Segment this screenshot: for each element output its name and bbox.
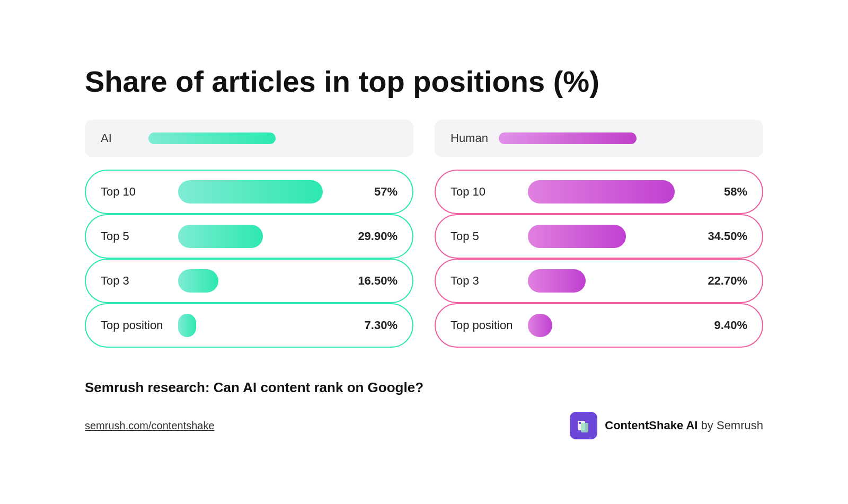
row-label: Top position: [450, 319, 519, 332]
svg-rect-1: [581, 423, 588, 432]
row-value: 57%: [350, 185, 398, 199]
row-value: 16.50%: [350, 274, 398, 288]
bar-track: [178, 225, 341, 248]
data-row: Top 529.90%: [85, 214, 413, 259]
human-rows: Top 1058%Top 534.50%Top 322.70%Top posit…: [435, 170, 763, 348]
human-panel: Human Top 1058%Top 534.50%Top 322.70%Top…: [435, 120, 763, 348]
bar-fill: [178, 314, 196, 337]
ai-panel: AI Top 1057%Top 529.90%Top 316.50%Top po…: [85, 120, 413, 348]
bar-track: [178, 269, 341, 293]
data-row: Top 1057%: [85, 170, 413, 214]
human-legend-label: Human: [450, 131, 488, 145]
footer-section: Semrush research: Can AI content rank on…: [85, 379, 763, 439]
ai-legend-label: AI: [101, 131, 138, 145]
row-label: Top 3: [101, 274, 170, 288]
row-label: Top 5: [101, 229, 170, 243]
bar-fill: [528, 225, 626, 248]
ai-legend-bar: [148, 132, 276, 144]
brand-name: ContentShake AI by Semrush: [605, 419, 763, 432]
brand-box: ContentShake AI by Semrush: [570, 412, 763, 439]
row-label: Top position: [101, 319, 170, 332]
row-label: Top 3: [450, 274, 519, 288]
bar-track: [528, 225, 691, 248]
human-legend-box: Human: [435, 120, 763, 157]
row-value: 29.90%: [350, 229, 398, 243]
bar-fill: [528, 180, 675, 204]
main-title: Share of articles in top positions (%): [85, 65, 763, 99]
bar-fill: [178, 225, 263, 248]
data-row: Top 316.50%: [85, 259, 413, 303]
row-value: 22.70%: [700, 274, 747, 288]
row-value: 58%: [700, 185, 747, 199]
bar-fill: [178, 269, 218, 293]
bar-track: [178, 314, 341, 337]
footer-link[interactable]: semrush.com/contentshake: [85, 420, 215, 432]
charts-row: AI Top 1057%Top 529.90%Top 316.50%Top po…: [85, 120, 763, 348]
bar-fill: [528, 269, 586, 293]
human-legend-bar: [499, 132, 637, 144]
bar-fill: [178, 180, 323, 204]
svg-rect-2: [579, 422, 581, 424]
row-label: Top 5: [450, 229, 519, 243]
row-value: 34.50%: [700, 229, 747, 243]
bar-track: [178, 180, 341, 204]
row-value: 7.30%: [350, 319, 398, 332]
data-row: Top position7.30%: [85, 303, 413, 348]
ai-rows: Top 1057%Top 529.90%Top 316.50%Top posit…: [85, 170, 413, 348]
research-text: Semrush research: Can AI content rank on…: [85, 379, 763, 396]
data-row: Top 534.50%: [435, 214, 763, 259]
footer-bottom: semrush.com/contentshake ContentShake AI…: [85, 412, 763, 439]
data-row: Top position9.40%: [435, 303, 763, 348]
brand-logo-icon: [570, 412, 597, 439]
data-row: Top 322.70%: [435, 259, 763, 303]
bar-track: [528, 314, 691, 337]
page-container: Share of articles in top positions (%) A…: [42, 33, 806, 471]
ai-legend-box: AI: [85, 120, 413, 157]
bar-track: [528, 180, 691, 204]
row-label: Top 10: [450, 185, 519, 199]
data-row: Top 1058%: [435, 170, 763, 214]
bar-fill: [528, 314, 552, 337]
row-value: 9.40%: [700, 319, 747, 332]
row-label: Top 10: [101, 185, 170, 199]
bar-track: [528, 269, 691, 293]
